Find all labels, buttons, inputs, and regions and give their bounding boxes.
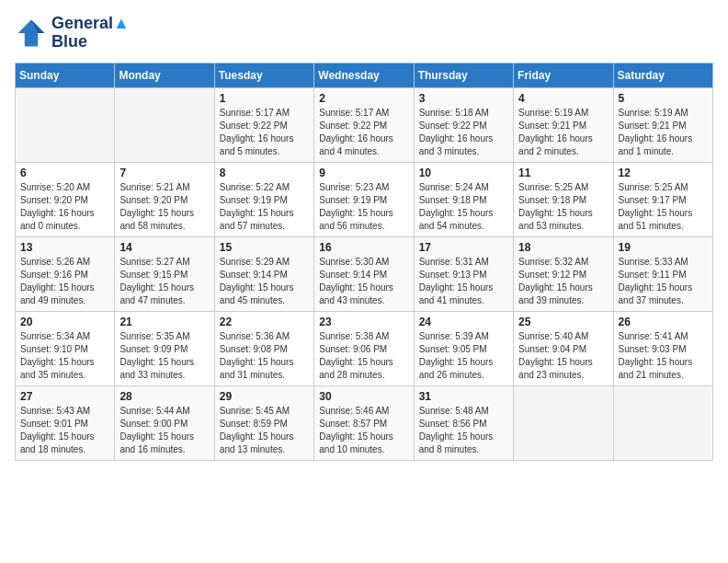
calendar-cell: 3Sunrise: 5:18 AM Sunset: 9:22 PM Daylig… xyxy=(414,87,513,162)
day-number: 21 xyxy=(119,316,209,328)
day-number: 7 xyxy=(119,167,209,179)
calendar-cell: 26Sunrise: 5:41 AM Sunset: 9:03 PM Dayli… xyxy=(613,311,712,385)
day-info: Sunrise: 5:33 AM Sunset: 9:11 PM Dayligh… xyxy=(619,256,708,307)
calendar-cell: 15Sunrise: 5:29 AM Sunset: 9:14 PM Dayli… xyxy=(214,236,313,311)
day-number: 30 xyxy=(319,390,408,403)
day-number: 11 xyxy=(518,167,608,179)
calendar-cell: 5Sunrise: 5:19 AM Sunset: 9:21 PM Daylig… xyxy=(613,87,712,162)
day-info: Sunrise: 5:41 AM Sunset: 9:03 PM Dayligh… xyxy=(619,330,708,382)
page-header: General▲ Blue xyxy=(15,15,713,52)
day-info: Sunrise: 5:19 AM Sunset: 9:21 PM Dayligh… xyxy=(619,107,708,158)
day-info: Sunrise: 5:19 AM Sunset: 9:21 PM Dayligh… xyxy=(518,107,608,158)
day-number: 17 xyxy=(419,241,508,254)
calendar-cell: 12Sunrise: 5:25 AM Sunset: 9:17 PM Dayli… xyxy=(613,162,712,236)
calendar-cell: 20Sunrise: 5:34 AM Sunset: 9:10 PM Dayli… xyxy=(16,311,115,385)
calendar-cell: 2Sunrise: 5:17 AM Sunset: 9:22 PM Daylig… xyxy=(314,87,414,162)
calendar-cell: 25Sunrise: 5:40 AM Sunset: 9:04 PM Dayli… xyxy=(514,311,613,385)
day-number: 22 xyxy=(220,316,309,328)
weekday-header: Sunday xyxy=(16,63,115,87)
day-info: Sunrise: 5:21 AM Sunset: 9:20 PM Dayligh… xyxy=(119,181,209,233)
calendar-cell: 13Sunrise: 5:26 AM Sunset: 9:16 PM Dayli… xyxy=(16,236,115,311)
calendar-cell: 10Sunrise: 5:24 AM Sunset: 9:18 PM Dayli… xyxy=(414,162,513,236)
calendar-cell: 21Sunrise: 5:35 AM Sunset: 9:09 PM Dayli… xyxy=(115,311,214,385)
day-info: Sunrise: 5:38 AM Sunset: 9:06 PM Dayligh… xyxy=(319,330,408,382)
calendar-cell: 11Sunrise: 5:25 AM Sunset: 9:18 PM Dayli… xyxy=(514,162,613,236)
day-number: 14 xyxy=(119,241,209,254)
day-info: Sunrise: 5:17 AM Sunset: 9:22 PM Dayligh… xyxy=(319,107,408,158)
calendar-cell xyxy=(514,385,613,460)
calendar-cell xyxy=(613,385,712,460)
calendar-week-row: 1Sunrise: 5:17 AM Sunset: 9:22 PM Daylig… xyxy=(16,87,713,162)
day-info: Sunrise: 5:27 AM Sunset: 9:15 PM Dayligh… xyxy=(119,256,209,307)
day-number: 2 xyxy=(319,92,408,105)
calendar-table: SundayMondayTuesdayWednesdayThursdayFrid… xyxy=(15,63,713,461)
calendar-cell: 7Sunrise: 5:21 AM Sunset: 9:20 PM Daylig… xyxy=(115,162,214,236)
day-number: 20 xyxy=(20,316,109,328)
day-number: 18 xyxy=(518,241,608,254)
day-number: 24 xyxy=(419,316,508,328)
day-number: 3 xyxy=(419,92,508,105)
calendar-cell: 24Sunrise: 5:39 AM Sunset: 9:05 PM Dayli… xyxy=(414,311,513,385)
day-number: 1 xyxy=(220,92,309,105)
logo-icon xyxy=(15,17,48,50)
day-number: 25 xyxy=(518,316,608,328)
day-info: Sunrise: 5:40 AM Sunset: 9:04 PM Dayligh… xyxy=(518,330,608,382)
day-info: Sunrise: 5:43 AM Sunset: 9:01 PM Dayligh… xyxy=(20,405,109,456)
day-info: Sunrise: 5:32 AM Sunset: 9:12 PM Dayligh… xyxy=(518,256,608,307)
day-info: Sunrise: 5:18 AM Sunset: 9:22 PM Dayligh… xyxy=(419,107,508,158)
calendar-cell: 9Sunrise: 5:23 AM Sunset: 9:19 PM Daylig… xyxy=(314,162,414,236)
calendar-cell: 18Sunrise: 5:32 AM Sunset: 9:12 PM Dayli… xyxy=(514,236,613,311)
weekday-header: Tuesday xyxy=(214,63,313,87)
calendar-cell: 31Sunrise: 5:48 AM Sunset: 8:56 PM Dayli… xyxy=(414,385,513,460)
day-number: 16 xyxy=(319,241,408,254)
logo-text: General▲ Blue xyxy=(51,15,130,52)
day-number: 28 xyxy=(119,390,209,403)
day-info: Sunrise: 5:22 AM Sunset: 9:19 PM Dayligh… xyxy=(220,181,309,233)
day-info: Sunrise: 5:29 AM Sunset: 9:14 PM Dayligh… xyxy=(220,256,309,307)
day-number: 4 xyxy=(518,92,608,105)
day-info: Sunrise: 5:48 AM Sunset: 8:56 PM Dayligh… xyxy=(419,405,508,456)
day-info: Sunrise: 5:35 AM Sunset: 9:09 PM Dayligh… xyxy=(119,330,209,382)
calendar-cell: 1Sunrise: 5:17 AM Sunset: 9:22 PM Daylig… xyxy=(214,87,313,162)
weekday-header: Monday xyxy=(115,63,214,87)
calendar-week-row: 27Sunrise: 5:43 AM Sunset: 9:01 PM Dayli… xyxy=(16,385,713,460)
weekday-header-row: SundayMondayTuesdayWednesdayThursdayFrid… xyxy=(16,63,713,87)
calendar-cell: 28Sunrise: 5:44 AM Sunset: 9:00 PM Dayli… xyxy=(115,385,214,460)
day-number: 10 xyxy=(419,167,508,179)
calendar-cell: 27Sunrise: 5:43 AM Sunset: 9:01 PM Dayli… xyxy=(16,385,115,460)
day-info: Sunrise: 5:45 AM Sunset: 8:59 PM Dayligh… xyxy=(220,405,309,456)
calendar-cell: 29Sunrise: 5:45 AM Sunset: 8:59 PM Dayli… xyxy=(214,385,313,460)
day-number: 13 xyxy=(20,241,109,254)
day-info: Sunrise: 5:25 AM Sunset: 9:18 PM Dayligh… xyxy=(518,181,608,233)
day-number: 5 xyxy=(619,92,708,105)
day-number: 8 xyxy=(220,167,309,179)
day-number: 9 xyxy=(319,167,408,179)
day-number: 6 xyxy=(20,167,109,179)
calendar-week-row: 20Sunrise: 5:34 AM Sunset: 9:10 PM Dayli… xyxy=(16,311,713,385)
day-info: Sunrise: 5:30 AM Sunset: 9:14 PM Dayligh… xyxy=(319,256,408,307)
day-number: 29 xyxy=(220,390,309,403)
calendar-cell: 30Sunrise: 5:46 AM Sunset: 8:57 PM Dayli… xyxy=(314,385,414,460)
calendar-cell: 17Sunrise: 5:31 AM Sunset: 9:13 PM Dayli… xyxy=(414,236,513,311)
calendar-cell: 4Sunrise: 5:19 AM Sunset: 9:21 PM Daylig… xyxy=(514,87,613,162)
calendar-cell: 23Sunrise: 5:38 AM Sunset: 9:06 PM Dayli… xyxy=(314,311,414,385)
day-number: 27 xyxy=(20,390,109,403)
day-number: 15 xyxy=(220,241,309,254)
day-info: Sunrise: 5:25 AM Sunset: 9:17 PM Dayligh… xyxy=(619,181,708,233)
day-info: Sunrise: 5:36 AM Sunset: 9:08 PM Dayligh… xyxy=(220,330,309,382)
day-info: Sunrise: 5:20 AM Sunset: 9:20 PM Dayligh… xyxy=(20,181,109,233)
day-info: Sunrise: 5:31 AM Sunset: 9:13 PM Dayligh… xyxy=(419,256,508,307)
calendar-cell xyxy=(115,87,214,162)
calendar-cell: 6Sunrise: 5:20 AM Sunset: 9:20 PM Daylig… xyxy=(16,162,115,236)
day-info: Sunrise: 5:24 AM Sunset: 9:18 PM Dayligh… xyxy=(419,181,508,233)
day-info: Sunrise: 5:46 AM Sunset: 8:57 PM Dayligh… xyxy=(319,405,408,456)
weekday-header: Thursday xyxy=(414,63,513,87)
calendar-week-row: 6Sunrise: 5:20 AM Sunset: 9:20 PM Daylig… xyxy=(16,162,713,236)
day-info: Sunrise: 5:23 AM Sunset: 9:19 PM Dayligh… xyxy=(319,181,408,233)
logo: General▲ Blue xyxy=(15,15,130,52)
day-number: 12 xyxy=(619,167,708,179)
day-info: Sunrise: 5:26 AM Sunset: 9:16 PM Dayligh… xyxy=(20,256,109,307)
weekday-header: Friday xyxy=(514,63,613,87)
day-number: 19 xyxy=(619,241,708,254)
weekday-header: Saturday xyxy=(613,63,712,87)
